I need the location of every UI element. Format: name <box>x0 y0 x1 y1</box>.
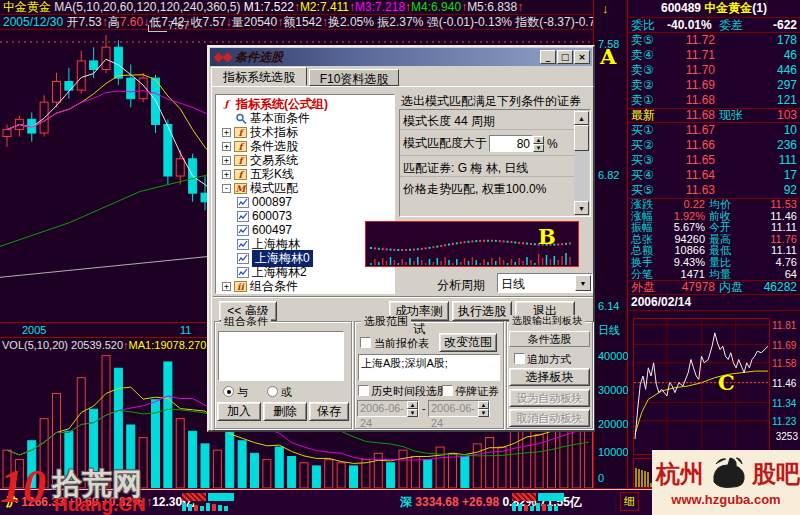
suspended-label: 停牌证券 <box>455 384 499 399</box>
date-to-field[interactable]: 2006-06-24 ▲ ▼ <box>428 400 490 417</box>
spinner-down-icon[interactable]: ▼ <box>478 409 489 417</box>
tree-item-技术指标[interactable]: +f技术指标 <box>218 125 394 139</box>
maximize-icon[interactable]: □ <box>557 50 573 64</box>
range-list[interactable]: 上海A股;深圳A股; <box>358 354 500 381</box>
topbar-field: M1:7.522 <box>244 0 294 14</box>
expand-icon[interactable]: + <box>222 142 231 151</box>
topbar-field: M2:7.411 <box>300 0 349 14</box>
expand-icon[interactable]: + <box>222 282 231 291</box>
stock-name: 中金黄金 <box>704 1 752 15</box>
radio-or[interactable] <box>267 386 278 397</box>
dialog-title: 条件选股 <box>235 49 283 66</box>
match-degree-input[interactable]: 80 <box>489 135 533 152</box>
expand-icon[interactable]: + <box>222 156 231 165</box>
mini-bar <box>542 504 546 511</box>
marker-letter-B: B <box>538 224 556 249</box>
radio-and[interactable] <box>223 386 234 397</box>
scroll-down-icon[interactable]: ▼ <box>574 201 589 215</box>
append-mode-checkbox[interactable] <box>514 353 525 364</box>
date-from-field[interactable]: 2006-06-24 ▲ ▼ <box>357 400 419 417</box>
spinner-up-icon[interactable]: ▲ <box>533 136 544 144</box>
cancel-auto-block-button[interactable]: 取消自动板块 <box>509 409 590 427</box>
date-to-spinner[interactable]: ▲ ▼ <box>478 401 489 416</box>
buy-row[interactable]: 买④11.6417 <box>628 168 800 183</box>
scrollbar-thumb[interactable] <box>574 125 589 151</box>
divider <box>400 129 574 130</box>
spinner-down-icon[interactable]: ▼ <box>533 144 544 152</box>
add-button[interactable]: 加入 <box>217 402 261 421</box>
intraday-price-tick: 11.46 <box>772 378 796 389</box>
date-from-spinner[interactable]: ▲ ▼ <box>407 401 418 416</box>
volume-tick: 40000 <box>598 350 629 362</box>
expand-icon[interactable]: + <box>222 128 231 137</box>
percent-label: % <box>547 137 558 151</box>
sell-row[interactable]: 卖③11.70446 <box>628 63 800 78</box>
execute-selection-button[interactable]: 执行选股 <box>452 301 512 321</box>
sh-index-summary: 沪 1266.33 +0.69 +0.82% ↑12.30亿 <box>6 494 194 511</box>
save-button[interactable]: 保存 <box>309 402 349 421</box>
volume-tick: 20000 <box>598 418 629 430</box>
tree-item-label: 模式匹配 <box>250 180 298 197</box>
tree-item-交易系统[interactable]: +f交易系统 <box>218 153 394 167</box>
buy-queue: 买①11.6710买②11.66236买③11.65111买④11.6417买⑤… <box>628 123 800 198</box>
chart-file-icon <box>236 253 249 264</box>
combobox-value: 日线 <box>501 276 525 293</box>
waipan-row: 外盘 47978 内盘 46282 <box>628 280 800 295</box>
collapse-icon[interactable]: - <box>222 184 231 193</box>
dialog-titlebar[interactable]: 条件选股 _ □ × <box>210 48 592 66</box>
buy-row[interactable]: 买⑤11.6392 <box>628 183 800 198</box>
tree-item-模式匹配[interactable]: -M模式匹配 <box>218 181 394 195</box>
analysis-period-combobox[interactable]: 日线 ▼ <box>497 273 593 293</box>
change-range-button[interactable]: 改变范围 <box>439 333 497 352</box>
level-label: 买② <box>631 138 667 153</box>
select-block-button[interactable]: 选择板块 <box>509 368 590 386</box>
buy-row[interactable]: 买①11.6710 <box>628 123 800 138</box>
intraday-volume-label: 3253 <box>768 431 798 442</box>
spinner-up-icon[interactable]: ▲ <box>407 401 418 409</box>
tab-detail[interactable]: 细 <box>620 492 639 511</box>
history-period-checkbox[interactable] <box>358 385 369 396</box>
current-quote-checkbox[interactable] <box>360 337 371 348</box>
cond-row-length: 模式长度 44 周期 <box>403 113 495 130</box>
tree-item-基本面条件[interactable]: 基本面条件 <box>218 111 394 125</box>
sell-row[interactable]: 卖④11.7146 <box>628 48 800 63</box>
sell-row[interactable]: 卖①11.68121 <box>628 93 800 108</box>
magnifier-icon <box>234 113 247 124</box>
quote-header[interactable]: 600489 中金黄金(1) <box>628 0 800 18</box>
match-degree-spinner[interactable]: ▲ ▼ <box>533 136 544 152</box>
scroll-up-icon[interactable]: ▲ <box>574 111 589 125</box>
tree-item-五彩K线[interactable]: +f五彩K线 <box>218 167 394 181</box>
formula-ii-icon: ii <box>234 281 247 292</box>
analysis-period-label: 分析周期 <box>437 277 485 294</box>
price-tick: 6.14 <box>598 300 619 312</box>
tree-item-组合条件[interactable]: +ii组合条件 <box>218 279 394 293</box>
index-field: 12.30 <box>152 495 182 509</box>
topbar-field: MA(5,10,20,60,120,120,240,360,5) <box>54 0 243 14</box>
scroll-down-icon[interactable]: ↓ <box>602 1 609 16</box>
tree-item-条件选股[interactable]: +f条件选股 <box>218 139 394 153</box>
condition-scrollbar[interactable]: ▲ ▼ <box>574 111 589 215</box>
mini-bar <box>206 503 210 511</box>
buy-row[interactable]: 买③11.65111 <box>628 153 800 168</box>
neipan-value: 46282 <box>755 280 797 295</box>
topbar-field: 换2.05% 振2.37% 强(-0.01)-0.13% 指数(-8.37)-0… <box>328 15 593 29</box>
buy-row[interactable]: 买②11.66236 <box>628 138 800 153</box>
chevron-down-icon[interactable]: ▼ <box>575 275 591 291</box>
tab-indicator-system[interactable]: 指标系统选股 <box>211 67 307 86</box>
set-auto-block-button[interactable]: 设为自动板块 <box>509 389 590 407</box>
sell-row[interactable]: 卖⑤11.72178 <box>628 33 800 48</box>
divider <box>213 296 593 298</box>
delete-button[interactable]: 删除 <box>263 402 307 421</box>
spinner-down-icon[interactable]: ▼ <box>407 409 418 417</box>
suspended-checkbox[interactable] <box>442 385 453 396</box>
tree-item-000897[interactable]: 000897 <box>218 195 394 209</box>
minimize-icon[interactable]: _ <box>540 50 556 64</box>
stats-block: 涨跌0.22均价11.53涨幅1.92%前收11.46振幅5.67%今开11.1… <box>628 198 800 280</box>
spinner-up-icon[interactable]: ▲ <box>478 401 489 409</box>
intraday-chart[interactable] <box>633 318 770 488</box>
close-icon[interactable]: × <box>574 50 590 64</box>
tab-f10-data[interactable]: F10资料选股 <box>309 69 399 86</box>
expand-icon[interactable]: + <box>222 170 231 179</box>
combo-condition-listbox[interactable] <box>218 331 344 381</box>
sell-row[interactable]: 卖②11.69297 <box>628 78 800 93</box>
